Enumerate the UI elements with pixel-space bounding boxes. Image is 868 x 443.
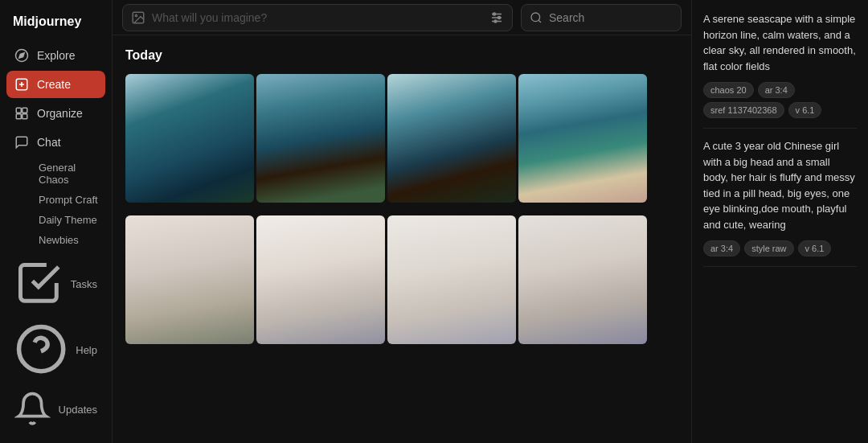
imagine-input[interactable] [152,11,483,24]
tasks-label: Tasks [71,278,97,290]
svg-point-20 [531,13,540,22]
svg-point-17 [493,13,496,15]
row2-detail: A cute 3 year old Chinese girl with a bi… [703,138,857,267]
sidebar-sub-prompt-craft[interactable]: Prompt Craft [35,190,105,210]
tag-ar2[interactable]: ar 3:4 [703,240,740,256]
sidebar-sub-daily-theme[interactable]: Daily Theme [35,210,105,230]
row2-description: A cute 3 year old Chinese girl with a bi… [703,138,857,232]
sidebar-item-help[interactable]: Help [6,317,105,384]
girl-image-1[interactable] [125,215,254,344]
seascape-image-2[interactable] [256,74,385,203]
gallery-area: Today [113,35,691,443]
create-icon [14,77,29,92]
svg-rect-5 [16,108,21,113]
compass-icon [14,48,29,63]
seascape-image-4[interactable] [518,74,647,203]
svg-rect-7 [16,114,21,119]
seascape-image-1[interactable] [125,74,254,203]
girl-group [125,215,647,344]
tag-v2[interactable]: v 6.1 [798,240,832,256]
sidebar-item-create-label: Create [37,78,71,91]
sidebar-bottom: Tasks Help Updates [6,253,105,443]
svg-rect-8 [23,114,27,119]
sidebar-item-updates[interactable]: Updates [6,385,105,435]
row1-description: A serene seascape with a simple horizon … [703,11,857,74]
main-content: Today [113,0,691,443]
tag-v1[interactable]: v 6.1 [788,102,822,118]
help-label: Help [76,344,97,356]
sidebar-item-organize-label: Organize [37,107,83,120]
app-logo: Midjourney [6,10,105,40]
filter-button[interactable] [489,10,504,25]
image-icon [131,10,145,25]
seascape-image-3[interactable] [387,74,516,203]
search-bar[interactable] [521,4,682,31]
svg-rect-6 [23,108,27,113]
seascape-group [125,74,647,203]
chat-icon [14,135,29,150]
sidebar-item-organize[interactable]: Organize [6,100,105,127]
sidebar-item-tasks[interactable]: Tasks [6,253,105,315]
sidebar-item-dark-mode[interactable]: Dark Mode [6,437,105,443]
girl-image-2[interactable] [256,215,385,344]
chat-submenu: General Chaos Prompt Craft Daily Theme N… [6,158,105,250]
detail-panel: A serene seascape with a simple horizon … [691,0,868,443]
help-icon [14,322,68,378]
girl-image-3[interactable] [387,215,516,344]
svg-point-19 [494,20,497,23]
imagine-bar[interactable] [122,4,513,31]
row1-detail: A serene seascape with a simple horizon … [703,11,857,129]
topbar [113,0,691,35]
sidebar-item-chat-label: Chat [37,136,61,149]
gallery-row-1 [125,74,678,203]
sidebar-item-chat[interactable]: Chat [6,129,105,156]
section-today-title: Today [125,48,678,63]
tag-ar1[interactable]: ar 3:4 [758,82,795,98]
svg-line-21 [538,20,541,23]
tasks-icon [14,259,63,310]
bell-icon [14,391,51,429]
tag-chaos[interactable]: chaos 20 [703,82,754,98]
tag-style-raw[interactable]: style raw [744,240,793,256]
girl-image-4[interactable] [518,215,647,344]
row1-tags: chaos 20 ar 3:4 sref 1137402368 v 6.1 [703,82,857,118]
svg-point-13 [135,14,137,16]
svg-marker-1 [19,53,24,58]
sidebar-sub-newbies[interactable]: Newbies [35,230,105,250]
sidebar-item-explore[interactable]: Explore [6,42,105,69]
sidebar: Midjourney Explore Create [0,0,113,443]
tag-sref[interactable]: sref 1137402368 [703,102,784,118]
row2-tags: ar 3:4 style raw v 6.1 [703,240,857,256]
updates-label: Updates [59,404,97,416]
svg-point-18 [498,16,501,18]
search-input[interactable] [549,11,690,24]
sidebar-sub-general-chaos[interactable]: General Chaos [35,158,105,190]
sidebar-item-explore-label: Explore [37,49,75,62]
grid-icon [14,106,29,121]
sidebar-item-create[interactable]: Create [6,71,105,98]
search-icon [530,11,542,24]
gallery-row-2 [125,215,678,344]
